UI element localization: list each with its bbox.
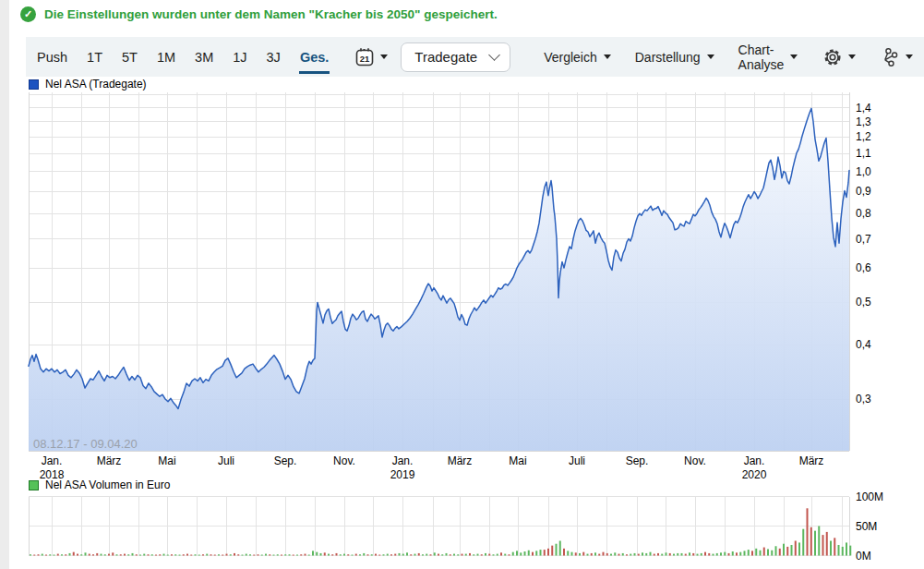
volume-bar xyxy=(661,554,663,556)
volume-bar xyxy=(575,552,577,555)
volume-bar xyxy=(441,554,443,555)
volume-bar xyxy=(838,545,840,556)
volume-bar xyxy=(54,555,55,556)
volume-bar xyxy=(414,554,416,556)
volume-bar xyxy=(277,554,279,555)
volume-bar xyxy=(242,555,244,556)
x-tick-month: Sep. xyxy=(274,454,297,467)
x-tick-month: März xyxy=(448,454,473,467)
volume-bar xyxy=(371,554,373,555)
volume-bar xyxy=(127,554,129,555)
volume-bar xyxy=(312,551,314,555)
volume-bar xyxy=(375,554,377,556)
volume-bar xyxy=(760,551,762,556)
volume-bar xyxy=(622,553,624,556)
volume-bar xyxy=(509,554,510,555)
volume-bar xyxy=(657,553,659,556)
chart-application: ✓ Die Einstellungen wurden unter dem Nam… xyxy=(0,0,924,569)
volume-bar xyxy=(642,552,643,555)
volume-bar xyxy=(630,554,631,556)
volume-bar xyxy=(132,553,134,556)
volume-bar xyxy=(390,554,392,555)
volume-bar xyxy=(394,554,396,556)
volume-bar xyxy=(273,555,275,556)
y-tick-label: 0,3 xyxy=(856,393,871,406)
volume-bar xyxy=(587,554,589,556)
charts-svg: 08.12.17 - 09.04.201,41,31,21,11,00,90,8… xyxy=(0,0,924,569)
volume-bar xyxy=(116,554,118,555)
volume-bar xyxy=(308,555,310,556)
volume-bar xyxy=(547,549,549,556)
volume-bar xyxy=(638,554,640,556)
volume-bar xyxy=(155,555,157,556)
x-tick-month: Mai xyxy=(158,454,175,467)
volume-bar xyxy=(669,553,671,556)
volume-bar xyxy=(524,551,526,555)
y-tick-label: 1,2 xyxy=(856,130,871,143)
volume-bar xyxy=(163,554,165,556)
volume-bar xyxy=(626,554,628,555)
volume-bar xyxy=(477,554,479,556)
x-tick-month: März xyxy=(97,454,122,467)
volume-bar xyxy=(681,553,683,556)
y-tick-label: 1,4 xyxy=(856,102,871,115)
volume-bar xyxy=(465,554,467,556)
volume-bar xyxy=(289,554,291,555)
volume-bar xyxy=(171,554,173,555)
volume-bar xyxy=(85,552,87,555)
volume-y-axis-labels: 100M50M0M xyxy=(856,490,883,563)
volume-bar xyxy=(406,552,408,555)
volume-bar xyxy=(610,554,612,556)
x-tick-month: Jan. xyxy=(42,454,63,467)
volume-bar xyxy=(101,554,102,556)
volume-bar xyxy=(849,546,851,556)
volume-bar xyxy=(328,554,330,556)
volume-bar xyxy=(190,555,192,556)
volume-bar xyxy=(69,553,71,556)
volume-bar xyxy=(300,554,302,555)
volume-bar xyxy=(744,551,746,555)
volume-bar xyxy=(124,554,126,556)
volume-bar xyxy=(226,554,228,556)
volume-bar xyxy=(80,554,82,555)
volume-bar xyxy=(493,554,495,555)
y-tick-label: 1,3 xyxy=(856,115,871,128)
volume-bar xyxy=(269,554,270,555)
volume-bar xyxy=(402,554,404,556)
volume-bar xyxy=(383,554,385,555)
volume-bar xyxy=(453,554,455,556)
volume-bar xyxy=(582,552,584,556)
volume-bar xyxy=(343,554,345,556)
volume-bar xyxy=(614,552,616,555)
volume-bar xyxy=(151,554,153,555)
volume-bar xyxy=(802,529,804,556)
volume-bar xyxy=(520,552,522,555)
volume-bar xyxy=(347,554,349,555)
volume-tick-label: 100M xyxy=(856,490,883,503)
volume-bar xyxy=(418,553,420,556)
volume-bar xyxy=(606,553,608,556)
volume-bar xyxy=(296,555,298,556)
x-tick-month: Nov. xyxy=(333,454,355,467)
volume-bar xyxy=(603,552,605,556)
volume-bar xyxy=(112,552,114,555)
volume-bar xyxy=(136,554,138,555)
volume-bar xyxy=(559,541,561,556)
volume-bar xyxy=(92,554,94,555)
volume-bar xyxy=(535,551,537,555)
volume-bar xyxy=(38,554,40,555)
volume-bar xyxy=(249,554,251,555)
date-range-label: 08.12.17 - 09.04.20 xyxy=(33,437,138,451)
volume-bar xyxy=(446,553,448,556)
volume-bar xyxy=(728,553,730,556)
volume-tick-label: 50M xyxy=(856,520,877,533)
volume-bar xyxy=(830,541,832,556)
volume-bar xyxy=(767,549,769,555)
volume-bar xyxy=(359,554,361,555)
volume-bar xyxy=(293,555,294,556)
volume-bar xyxy=(834,538,835,555)
volume-bar xyxy=(246,554,247,556)
volume-bar xyxy=(378,555,380,556)
volume-bar xyxy=(316,552,318,556)
volume-bar xyxy=(634,553,636,556)
